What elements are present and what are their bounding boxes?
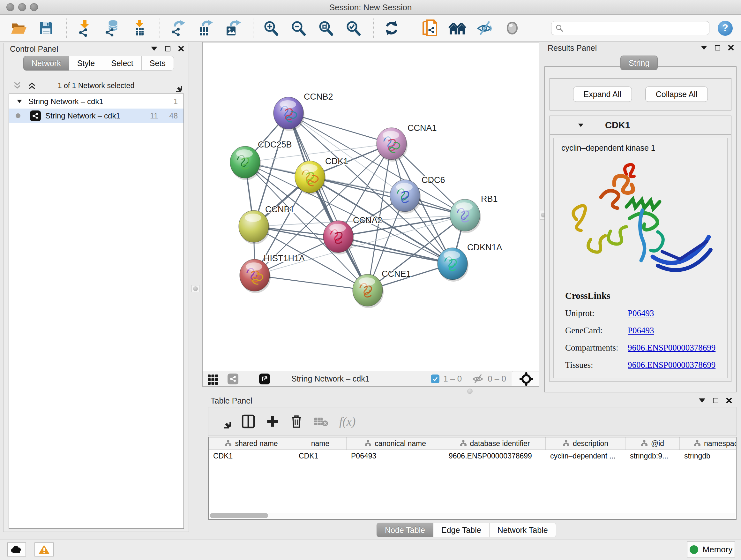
tab-network[interactable]: Network xyxy=(23,56,69,71)
hide-graphics-button[interactable] xyxy=(475,19,494,37)
crosslink-link[interactable]: 9606.ENSP00000378699 xyxy=(628,360,716,370)
network-node-CDKN1A[interactable]: CDKN1A xyxy=(437,243,502,282)
table-cell[interactable]: stringdb:9... xyxy=(625,452,680,460)
crosslink-link[interactable]: P06493 xyxy=(628,377,654,378)
import-network-database-button[interactable] xyxy=(103,19,121,37)
node-label-CCNA1: CCNA1 xyxy=(408,123,437,133)
warnings-button[interactable] xyxy=(35,543,54,557)
network-node-RB1[interactable]: RB1 xyxy=(450,194,498,233)
export-table-button[interactable] xyxy=(196,19,214,37)
network-node-HIST1H1A[interactable]: HIST1H1A xyxy=(240,253,305,293)
left-splitter-handle[interactable] xyxy=(192,285,199,292)
tab-edge-table[interactable]: Edge Table xyxy=(433,523,489,537)
grid-view-icon[interactable] xyxy=(207,373,219,385)
tab-select[interactable]: Select xyxy=(103,56,141,71)
zoom-selected-button[interactable] xyxy=(344,19,362,37)
collection-label: String Network – cdk1 xyxy=(28,97,104,106)
tab-string[interactable]: String xyxy=(620,56,658,70)
node-label-CDK1: CDK1 xyxy=(325,157,348,166)
scrollbar-thumb[interactable] xyxy=(210,513,268,518)
network-node-CDK1[interactable]: CDK1 xyxy=(295,157,348,195)
selected-count-checkbox[interactable] xyxy=(431,374,440,383)
network-list-toolbar: 1 of 1 Network selected xyxy=(3,79,189,92)
table-cell[interactable]: stringdb xyxy=(680,452,737,460)
table-cell[interactable]: 9606.ENSP00000378699 xyxy=(444,452,546,460)
crosslink-link[interactable]: P06493 xyxy=(628,326,654,335)
node-label-HIST1H1A: HIST1H1A xyxy=(264,253,305,263)
close-panel-icon[interactable] xyxy=(178,46,184,52)
refresh-icon xyxy=(383,20,400,37)
column-header-name[interactable]: name xyxy=(294,437,347,449)
fit-selected-crosshair-icon[interactable] xyxy=(519,372,533,386)
tab-network-table[interactable]: Network Table xyxy=(489,523,556,537)
export-network-button[interactable] xyxy=(169,19,187,37)
refresh-layout-button[interactable] xyxy=(382,19,401,37)
show-columns-icon[interactable] xyxy=(242,415,255,428)
crosslink-link[interactable]: P06493 xyxy=(628,308,654,318)
memory-status-button[interactable]: Memory xyxy=(687,542,735,557)
tab-sets[interactable]: Sets xyxy=(142,56,174,71)
collapse-all-button[interactable]: Collapse All xyxy=(645,86,708,102)
network-row[interactable]: String Network – cdk1 11 48 xyxy=(9,109,184,123)
import-table-button[interactable] xyxy=(130,19,149,37)
card-expander-caret[interactable] xyxy=(578,124,583,127)
column-header-database-identifier[interactable]: database identifier xyxy=(444,437,546,449)
network-edge-CCNA2-CDKN1A[interactable] xyxy=(338,237,453,264)
network-node-CCNA1[interactable]: CCNA1 xyxy=(377,123,437,162)
network-node-CCNB2[interactable]: CCNB2 xyxy=(273,92,333,131)
import-string-file-button[interactable] xyxy=(421,19,439,37)
level-of-detail-button[interactable] xyxy=(503,19,522,37)
bottom-splitter-handle[interactable] xyxy=(467,388,473,394)
zoom-out-button[interactable] xyxy=(289,19,308,37)
float-panel-icon[interactable] xyxy=(165,46,171,51)
panel-menu-caret-icon[interactable] xyxy=(699,398,705,402)
node-label-CDC6: CDC6 xyxy=(421,175,445,185)
column-header-canonical-name[interactable]: canonical name xyxy=(347,437,444,449)
float-panel-icon[interactable] xyxy=(713,398,718,403)
table-cell[interactable]: CDK1 xyxy=(209,452,294,460)
column-header-description[interactable]: description xyxy=(546,437,625,449)
close-panel-icon[interactable] xyxy=(728,45,734,51)
detach-view-icon[interactable] xyxy=(259,374,270,384)
table-cell[interactable]: CDK1 xyxy=(294,452,347,460)
close-panel-icon[interactable] xyxy=(726,397,732,403)
zoom-in-button[interactable] xyxy=(262,19,280,37)
crosslink-link[interactable]: 9606.ENSP00000378699 xyxy=(628,343,716,353)
search-input[interactable] xyxy=(563,23,705,33)
string-view-icon[interactable] xyxy=(227,374,239,384)
tab-node-table[interactable]: Node Table xyxy=(377,523,433,537)
column-header-shared-name[interactable]: shared name xyxy=(209,437,294,449)
zoom-fit-button[interactable] xyxy=(317,19,335,37)
table-row[interactable]: CDK1CDK1P064939606.ENSP00000378699cyclin… xyxy=(209,450,736,462)
open-session-button[interactable] xyxy=(10,19,28,37)
table-options-gear-icon[interactable] xyxy=(217,415,231,428)
expand-collapse-box: Expand All Collapse All xyxy=(549,78,731,111)
panel-menu-caret-icon[interactable] xyxy=(701,46,707,50)
save-session-button[interactable] xyxy=(37,19,56,37)
float-panel-icon[interactable] xyxy=(715,45,720,51)
help-button[interactable]: ? xyxy=(718,21,733,36)
houses-button[interactable] xyxy=(448,19,467,37)
tab-style[interactable]: Style xyxy=(69,56,104,71)
table-cell[interactable]: cyclin–dependent ... xyxy=(546,452,625,460)
network-node-CCNE1[interactable]: CCNE1 xyxy=(353,269,411,308)
expand-all-button[interactable]: Expand All xyxy=(573,86,632,102)
column-header-namespace[interactable]: namespace xyxy=(680,437,737,449)
result-card-header[interactable]: CDK1 xyxy=(550,116,731,135)
collection-expander-caret[interactable] xyxy=(17,100,22,103)
table-cell[interactable]: P06493 xyxy=(347,452,444,460)
import-network-file-button[interactable] xyxy=(75,19,94,37)
network-edge-CCNE1-HIST1H1A[interactable] xyxy=(255,275,367,290)
delete-column-trash-icon[interactable] xyxy=(290,415,303,428)
network-edge-CCNB2-CCNE1[interactable] xyxy=(288,113,367,290)
panel-menu-caret-icon[interactable] xyxy=(151,47,157,51)
network-collection-row[interactable]: String Network – cdk1 1 xyxy=(9,94,184,109)
network-canvas[interactable]: CCNB2CCNA1CDC25BCDK1CDC6RB1CCNB1CCNA2CDK… xyxy=(203,43,539,371)
cloud-status-button[interactable] xyxy=(7,543,26,557)
export-image-button[interactable] xyxy=(223,19,242,37)
table-panel-tabs: Node TableEdge TableNetwork Table xyxy=(377,523,556,537)
create-column-plus-icon[interactable] xyxy=(266,415,279,428)
network-edge-count: 48 xyxy=(169,111,178,120)
table-horizontal-scrollbar[interactable] xyxy=(209,513,735,518)
column-header--id[interactable]: @id xyxy=(625,437,680,449)
